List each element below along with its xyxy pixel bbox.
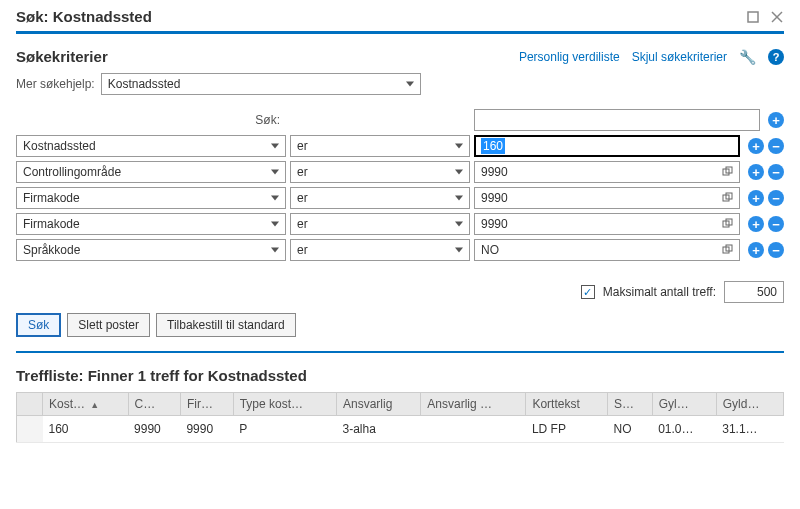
value-help-icon[interactable]	[721, 217, 735, 231]
criterion-row: Kostnadssteder160+−	[16, 135, 784, 157]
criterion-field-select[interactable]: Språkkode	[16, 239, 286, 261]
table-cell: 3-alha	[336, 416, 420, 443]
results-heading: Treffliste: Finner 1 treff for Kostnadss…	[16, 367, 784, 384]
row-selector-header	[17, 393, 43, 416]
table-cell: 9990	[180, 416, 233, 443]
remove-criterion-button[interactable]: −	[768, 242, 784, 258]
add-criterion-button[interactable]: +	[748, 216, 764, 232]
max-hits-checkbox[interactable]: ✓	[581, 285, 595, 299]
search-button[interactable]: Søk	[16, 313, 61, 337]
remove-criterion-button[interactable]: −	[768, 190, 784, 206]
column-header[interactable]: Ansvarlig	[336, 393, 420, 416]
criterion-operator-label: er	[297, 139, 308, 153]
criterion-field-select[interactable]: Controllingområde	[16, 161, 286, 183]
criterion-value: 9990	[481, 191, 508, 205]
criterion-operator-label: er	[297, 243, 308, 257]
criterion-operator-label: er	[297, 165, 308, 179]
add-criterion-button[interactable]: +	[768, 112, 784, 128]
column-header[interactable]: Gyld…	[716, 393, 783, 416]
help-icon[interactable]: ?	[768, 49, 784, 65]
table-row[interactable]: 16099909990P3-alhaLD FPNO01.0…31.1…	[17, 416, 784, 443]
criterion-row: Firmakodeer9990+−	[16, 213, 784, 235]
criterion-value: 9990	[481, 217, 508, 231]
criterion-operator-select[interactable]: er	[290, 161, 470, 183]
criterion-value-input[interactable]: 9990	[474, 161, 740, 183]
close-icon[interactable]	[770, 10, 784, 24]
value-help-icon[interactable]	[721, 165, 735, 179]
remove-criterion-button[interactable]: −	[768, 138, 784, 154]
criterion-operator-select[interactable]: er	[290, 213, 470, 235]
remove-criterion-button[interactable]: −	[768, 164, 784, 180]
criterion-value-input[interactable]: 160	[474, 135, 740, 157]
hide-criteria-link[interactable]: Skjul søkekriterier	[632, 50, 727, 64]
criterion-field-label: Språkkode	[23, 243, 80, 257]
personal-value-list-link[interactable]: Personlig verdiliste	[519, 50, 620, 64]
column-header[interactable]: Kost… ▲	[43, 393, 129, 416]
criterion-value-input[interactable]: 9990	[474, 187, 740, 209]
sort-ascending-icon: ▲	[88, 400, 99, 410]
max-hits-label: Maksimalt antall treff:	[603, 285, 716, 299]
criterion-operator-select[interactable]: er	[290, 135, 470, 157]
criterion-field-label: Firmakode	[23, 191, 80, 205]
add-criterion-button[interactable]: +	[748, 190, 764, 206]
remove-criterion-button[interactable]: −	[768, 216, 784, 232]
table-cell: 160	[43, 416, 129, 443]
criterion-operator-label: er	[297, 191, 308, 205]
criterion-field-select[interactable]: Firmakode	[16, 213, 286, 235]
table-cell: 9990	[128, 416, 180, 443]
max-hits-input[interactable]: 500	[724, 281, 784, 303]
criteria-heading: Søkekriterier	[16, 48, 108, 65]
svg-rect-0	[748, 12, 758, 22]
search-input[interactable]	[474, 109, 760, 131]
row-selector-cell[interactable]	[17, 416, 43, 443]
criterion-field-label: Firmakode	[23, 217, 80, 231]
add-criterion-button[interactable]: +	[748, 242, 764, 258]
criterion-field-label: Kostnadssted	[23, 139, 96, 153]
maximize-icon[interactable]	[746, 10, 760, 24]
criterion-operator-select[interactable]: er	[290, 187, 470, 209]
table-cell: LD FP	[526, 416, 608, 443]
criterion-field-label: Controllingområde	[23, 165, 121, 179]
criterion-field-select[interactable]: Firmakode	[16, 187, 286, 209]
more-search-help-value: Kostnadssted	[108, 77, 181, 91]
column-header[interactable]: C…	[128, 393, 180, 416]
table-cell: 31.1…	[716, 416, 783, 443]
criterion-row: SpråkkodeerNO+−	[16, 239, 784, 261]
max-hits-value: 500	[757, 285, 777, 299]
table-cell: 01.0…	[652, 416, 716, 443]
window-title: Søk: Kostnadssted	[16, 8, 152, 25]
criterion-row: Firmakodeer9990+−	[16, 187, 784, 209]
add-criterion-button[interactable]: +	[748, 138, 764, 154]
column-header[interactable]: S…	[608, 393, 653, 416]
column-header[interactable]: Korttekst	[526, 393, 608, 416]
results-table: Kost… ▲C…Fir…Type kost…AnsvarligAnsvarli…	[16, 392, 784, 443]
column-header[interactable]: Ansvarlig …	[421, 393, 526, 416]
criterion-operator-select[interactable]: er	[290, 239, 470, 261]
table-cell	[421, 416, 526, 443]
criterion-row: Controllingområdeer9990+−	[16, 161, 784, 183]
settings-icon[interactable]: 🔧	[739, 49, 756, 65]
search-label: Søk:	[16, 113, 286, 127]
criterion-value: 160	[481, 138, 505, 154]
criterion-operator-label: er	[297, 217, 308, 231]
clear-entries-button[interactable]: Slett poster	[67, 313, 150, 337]
table-cell: P	[233, 416, 336, 443]
criterion-value: NO	[481, 243, 499, 257]
criterion-value: 9990	[481, 165, 508, 179]
reset-to-default-button[interactable]: Tilbakestill til standard	[156, 313, 296, 337]
value-help-icon[interactable]	[721, 243, 735, 257]
more-search-help-label: Mer søkehjelp:	[16, 77, 95, 91]
value-help-icon[interactable]	[721, 191, 735, 205]
column-header[interactable]: Fir…	[180, 393, 233, 416]
table-cell: NO	[608, 416, 653, 443]
column-header[interactable]: Gyl…	[652, 393, 716, 416]
criterion-field-select[interactable]: Kostnadssted	[16, 135, 286, 157]
add-criterion-button[interactable]: +	[748, 164, 764, 180]
column-header[interactable]: Type kost…	[233, 393, 336, 416]
more-search-help-select[interactable]: Kostnadssted	[101, 73, 421, 95]
criterion-value-input[interactable]: 9990	[474, 213, 740, 235]
criterion-value-input[interactable]: NO	[474, 239, 740, 261]
